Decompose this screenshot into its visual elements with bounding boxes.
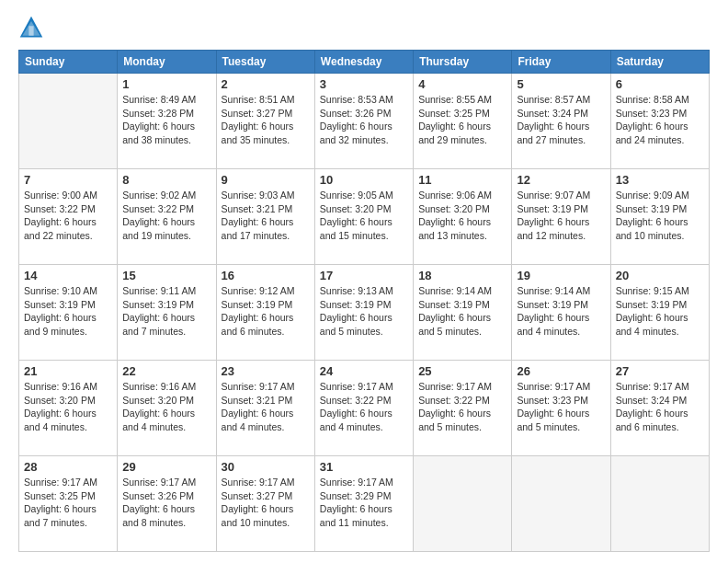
day-info: Sunrise: 9:17 AMSunset: 3:25 PMDaylight:… [24, 476, 112, 530]
calendar-week-row: 1Sunrise: 8:49 AMSunset: 3:28 PMDaylight… [19, 74, 710, 169]
calendar-cell: 5Sunrise: 8:57 AMSunset: 3:24 PMDaylight… [512, 74, 610, 169]
calendar-cell: 27Sunrise: 9:17 AMSunset: 3:24 PMDayligh… [610, 361, 709, 456]
day-info: Sunrise: 8:55 AMSunset: 3:25 PMDaylight:… [418, 93, 506, 147]
day-info: Sunrise: 9:02 AMSunset: 3:22 PMDaylight:… [122, 189, 210, 243]
calendar-cell: 17Sunrise: 9:13 AMSunset: 3:19 PMDayligh… [314, 265, 413, 361]
calendar-cell: 6Sunrise: 8:58 AMSunset: 3:23 PMDaylight… [610, 74, 709, 169]
day-info: Sunrise: 9:12 AMSunset: 3:19 PMDaylight:… [222, 284, 310, 339]
calendar-week-row: 21Sunrise: 9:16 AMSunset: 3:20 PMDayligh… [19, 361, 710, 456]
day-number: 31 [320, 460, 408, 474]
day-number: 11 [418, 173, 506, 187]
weekday-header-wednesday: Wednesday [314, 51, 413, 74]
day-number: 1 [122, 77, 210, 91]
day-number: 7 [24, 173, 112, 187]
calendar-week-row: 28Sunrise: 9:17 AMSunset: 3:25 PMDayligh… [19, 456, 710, 552]
day-number: 16 [222, 269, 310, 282]
day-info: Sunrise: 9:14 AMSunset: 3:19 PMDaylight:… [517, 284, 605, 339]
calendar-cell: 12Sunrise: 9:07 AMSunset: 3:19 PMDayligh… [512, 169, 610, 265]
calendar-table: SundayMondayTuesdayWednesdayThursdayFrid… [18, 50, 710, 552]
page: SundayMondayTuesdayWednesdayThursdayFrid… [0, 0, 728, 563]
day-info: Sunrise: 9:15 AMSunset: 3:19 PMDaylight:… [616, 284, 704, 339]
calendar-cell: 4Sunrise: 8:55 AMSunset: 3:25 PMDaylight… [414, 74, 512, 169]
calendar-cell [512, 456, 610, 552]
day-info: Sunrise: 9:14 AMSunset: 3:19 PMDaylight:… [418, 284, 506, 339]
day-number: 9 [222, 173, 310, 187]
day-number: 17 [320, 269, 408, 282]
calendar-cell: 16Sunrise: 9:12 AMSunset: 3:19 PMDayligh… [216, 265, 314, 361]
day-info: Sunrise: 8:58 AMSunset: 3:23 PMDaylight:… [616, 93, 704, 147]
calendar-cell [19, 74, 118, 169]
calendar-cell: 1Sunrise: 8:49 AMSunset: 3:28 PMDaylight… [118, 74, 216, 169]
day-number: 13 [616, 173, 704, 187]
day-info: Sunrise: 9:17 AMSunset: 3:23 PMDaylight:… [517, 380, 605, 434]
calendar-cell: 26Sunrise: 9:17 AMSunset: 3:23 PMDayligh… [512, 361, 610, 456]
day-info: Sunrise: 9:16 AMSunset: 3:20 PMDaylight:… [24, 380, 112, 434]
logo-icon [18, 15, 44, 40]
calendar-cell: 14Sunrise: 9:10 AMSunset: 3:19 PMDayligh… [19, 265, 118, 361]
calendar-cell [414, 456, 512, 552]
calendar-cell: 7Sunrise: 9:00 AMSunset: 3:22 PMDaylight… [19, 169, 118, 265]
day-number: 26 [517, 364, 605, 378]
calendar-cell: 18Sunrise: 9:14 AMSunset: 3:19 PMDayligh… [414, 265, 512, 361]
day-number: 22 [122, 364, 210, 378]
day-number: 30 [222, 460, 310, 474]
day-info: Sunrise: 9:16 AMSunset: 3:20 PMDaylight:… [122, 380, 210, 434]
day-info: Sunrise: 9:06 AMSunset: 3:20 PMDaylight:… [418, 189, 506, 243]
calendar-cell: 25Sunrise: 9:17 AMSunset: 3:22 PMDayligh… [414, 361, 512, 456]
calendar-cell: 24Sunrise: 9:17 AMSunset: 3:22 PMDayligh… [314, 361, 413, 456]
weekday-header-sunday: Sunday [19, 51, 118, 74]
day-number: 20 [616, 269, 704, 282]
calendar-cell: 2Sunrise: 8:51 AMSunset: 3:27 PMDaylight… [216, 74, 314, 169]
calendar-cell: 28Sunrise: 9:17 AMSunset: 3:25 PMDayligh… [19, 456, 118, 552]
day-number: 18 [418, 269, 506, 282]
day-number: 21 [24, 364, 112, 378]
calendar-cell: 15Sunrise: 9:11 AMSunset: 3:19 PMDayligh… [118, 265, 216, 361]
day-number: 10 [320, 173, 408, 187]
calendar-cell: 21Sunrise: 9:16 AMSunset: 3:20 PMDayligh… [19, 361, 118, 456]
weekday-header-friday: Friday [512, 51, 610, 74]
calendar-cell [610, 456, 709, 552]
day-number: 14 [24, 269, 112, 282]
day-number: 3 [320, 77, 408, 91]
header [18, 15, 710, 40]
day-info: Sunrise: 9:09 AMSunset: 3:19 PMDaylight:… [616, 189, 704, 243]
day-info: Sunrise: 9:07 AMSunset: 3:19 PMDaylight:… [517, 189, 605, 243]
weekday-header-saturday: Saturday [610, 51, 709, 74]
day-number: 15 [122, 269, 210, 282]
day-number: 29 [122, 460, 210, 474]
day-number: 28 [24, 460, 112, 474]
weekday-header-thursday: Thursday [414, 51, 512, 74]
calendar-cell: 20Sunrise: 9:15 AMSunset: 3:19 PMDayligh… [610, 265, 709, 361]
day-info: Sunrise: 9:17 AMSunset: 3:22 PMDaylight:… [418, 380, 506, 434]
day-number: 23 [222, 364, 310, 378]
calendar-cell: 11Sunrise: 9:06 AMSunset: 3:20 PMDayligh… [414, 169, 512, 265]
logo [18, 15, 48, 40]
day-number: 2 [222, 77, 310, 91]
day-info: Sunrise: 9:17 AMSunset: 3:26 PMDaylight:… [122, 476, 210, 530]
weekday-header-tuesday: Tuesday [216, 51, 314, 74]
calendar-cell: 30Sunrise: 9:17 AMSunset: 3:27 PMDayligh… [216, 456, 314, 552]
day-number: 5 [517, 77, 605, 91]
day-number: 25 [418, 364, 506, 378]
day-info: Sunrise: 9:17 AMSunset: 3:27 PMDaylight:… [222, 476, 310, 530]
day-number: 4 [418, 77, 506, 91]
day-info: Sunrise: 9:05 AMSunset: 3:20 PMDaylight:… [320, 189, 408, 243]
day-info: Sunrise: 8:53 AMSunset: 3:26 PMDaylight:… [320, 93, 408, 147]
day-info: Sunrise: 9:11 AMSunset: 3:19 PMDaylight:… [122, 284, 210, 339]
day-info: Sunrise: 9:17 AMSunset: 3:22 PMDaylight:… [320, 380, 408, 434]
day-info: Sunrise: 8:57 AMSunset: 3:24 PMDaylight:… [517, 93, 605, 147]
day-info: Sunrise: 9:10 AMSunset: 3:19 PMDaylight:… [24, 284, 112, 339]
day-info: Sunrise: 9:13 AMSunset: 3:19 PMDaylight:… [320, 284, 408, 339]
calendar-cell: 23Sunrise: 9:17 AMSunset: 3:21 PMDayligh… [216, 361, 314, 456]
svg-rect-2 [28, 26, 33, 36]
day-number: 24 [320, 364, 408, 378]
day-number: 6 [616, 77, 704, 91]
calendar-cell: 19Sunrise: 9:14 AMSunset: 3:19 PMDayligh… [512, 265, 610, 361]
day-info: Sunrise: 8:51 AMSunset: 3:27 PMDaylight:… [222, 93, 310, 147]
calendar-cell: 13Sunrise: 9:09 AMSunset: 3:19 PMDayligh… [610, 169, 709, 265]
calendar-cell: 8Sunrise: 9:02 AMSunset: 3:22 PMDaylight… [118, 169, 216, 265]
calendar-week-row: 14Sunrise: 9:10 AMSunset: 3:19 PMDayligh… [19, 265, 710, 361]
weekday-header-monday: Monday [118, 51, 216, 74]
calendar-cell: 29Sunrise: 9:17 AMSunset: 3:26 PMDayligh… [118, 456, 216, 552]
calendar-cell: 31Sunrise: 9:17 AMSunset: 3:29 PMDayligh… [314, 456, 413, 552]
